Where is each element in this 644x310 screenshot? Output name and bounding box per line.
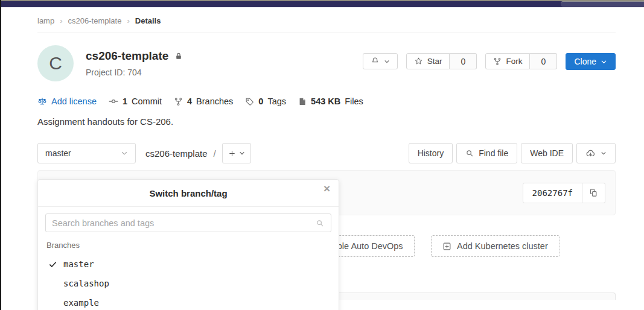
star-button[interactable]: Star [406, 53, 450, 69]
breadcrumb-project-link[interactable]: cs206-template [68, 16, 122, 25]
check-icon [49, 261, 57, 268]
tree-controls: master cs206-template / History Find [37, 143, 616, 163]
tag-label: Tags [267, 96, 286, 106]
breadcrumb-divider [37, 33, 616, 33]
fork-label: Fork [506, 57, 522, 66]
web-ide-label: Web IDE [530, 148, 564, 158]
project-actions: Star 0 Fork 0 Clone [363, 45, 616, 81]
web-ide-button[interactable]: Web IDE [521, 143, 573, 163]
fork-button-group: Fork 0 [485, 53, 557, 69]
history-button[interactable]: History [409, 143, 453, 163]
branch-name: master [63, 259, 94, 269]
chevron-down-icon [601, 150, 607, 156]
files-link[interactable]: 543 KB Files [298, 96, 363, 106]
clone-label: Clone [574, 57, 596, 66]
find-file-label: Find file [479, 148, 508, 158]
plus-icon [228, 150, 236, 157]
branch-count: 4 [187, 96, 192, 106]
lock-icon [174, 52, 183, 60]
path-separator: / [214, 148, 216, 159]
branch-name: scalashop [63, 279, 109, 288]
branch-label: Branches [196, 96, 233, 106]
switch-branch-dropdown: Switch branch/tag × Branches master scal… [37, 179, 339, 310]
branch-item-example[interactable]: example [38, 293, 339, 310]
breadcrumb-separator: › [60, 16, 62, 25]
project-id: Project ID: 704 [86, 68, 183, 77]
branch-search-input[interactable] [45, 214, 331, 232]
breadcrumb-current-page: Details [135, 16, 161, 25]
breadcrumb-group-link[interactable]: lamp [37, 16, 54, 25]
breadcrumb-separator: › [127, 16, 129, 25]
bell-icon [371, 57, 380, 66]
find-file-button[interactable]: Find file [456, 143, 517, 163]
commit-sha-group: 2062767f [523, 183, 605, 203]
commits-link[interactable]: 1 Commit [109, 96, 162, 106]
copy-icon [589, 188, 598, 197]
download-dropdown-button[interactable] [576, 143, 616, 163]
star-label: Star [427, 57, 442, 66]
window-top-edge [0, 0, 644, 1]
scale-icon [37, 96, 47, 106]
branch-icon [174, 97, 183, 106]
branch-item-scalashop[interactable]: scalashop [38, 274, 339, 293]
fork-icon [493, 57, 502, 66]
branch-list: master scalashop example [38, 255, 339, 310]
close-icon[interactable]: × [324, 183, 330, 194]
add-license-label: Add license [51, 96, 97, 106]
history-label: History [418, 148, 444, 158]
dropdown-header: Switch branch/tag × [38, 180, 339, 207]
add-license-link[interactable]: Add license [37, 96, 97, 106]
tree-actions: History Find file Web IDE [409, 143, 616, 163]
fork-button[interactable]: Fork [485, 53, 530, 69]
project-avatar: C [37, 45, 74, 81]
branch-selector-value: master [45, 148, 71, 158]
breadcrumb: lamp › cs206-template › Details [37, 7, 616, 25]
branches-link[interactable]: 4 Branches [174, 96, 233, 106]
tag-count: 0 [258, 96, 263, 106]
top-navbar [0, 1, 644, 7]
dropdown-search [38, 207, 339, 233]
commit-count: 1 [123, 96, 127, 106]
star-count[interactable]: 0 [450, 53, 477, 69]
chevron-down-icon [601, 59, 607, 65]
tags-link[interactable]: 0 Tags [245, 96, 286, 106]
tag-icon [245, 97, 254, 106]
dropdown-title: Switch branch/tag [149, 188, 227, 198]
star-icon [414, 57, 423, 66]
branch-item-master[interactable]: master [38, 255, 339, 274]
branch-name: example [63, 298, 99, 308]
add-file-dropdown-button[interactable] [222, 143, 251, 163]
commit-icon [109, 96, 118, 106]
project-description: Assignment handouts for CS-206. [37, 116, 616, 127]
project-stats: Add license 1 Commit 4 Branches 0 Tags [37, 96, 616, 106]
project-header: C cs206-template Project ID: 704 [37, 45, 616, 81]
chevron-down-icon [121, 150, 128, 157]
commit-short-sha: 2062767f [523, 183, 582, 203]
window-left-edge [0, 0, 1, 310]
branch-selector[interactable]: master [37, 143, 136, 163]
file-icon [298, 97, 307, 106]
project-path-root[interactable]: cs206-template [145, 148, 208, 159]
clone-dropdown-button[interactable]: Clone [566, 53, 616, 70]
copy-sha-button[interactable] [582, 183, 605, 203]
search-icon [465, 149, 474, 157]
files-label: Files [345, 96, 363, 106]
search-icon [316, 219, 324, 227]
commit-label: Commit [132, 96, 162, 106]
star-button-group: Star 0 [406, 53, 477, 69]
project-title: cs206-template [86, 49, 168, 63]
add-kubernetes-cluster-button[interactable]: Add Kubernetes cluster [431, 235, 560, 257]
cloud-download-icon [585, 148, 596, 159]
files-size: 543 KB [311, 96, 340, 106]
project-title-block: cs206-template Project ID: 704 [86, 45, 183, 81]
fork-count[interactable]: 0 [530, 53, 557, 69]
add-kubernetes-cluster-label: Add Kubernetes cluster [457, 241, 548, 251]
chevron-down-icon [239, 150, 245, 156]
branches-section-label: Branches [38, 233, 339, 251]
chevron-down-icon [384, 59, 390, 65]
notifications-dropdown-button[interactable] [363, 53, 398, 69]
navbar-partial-element [561, 1, 644, 7]
plus-square-icon [442, 242, 451, 251]
